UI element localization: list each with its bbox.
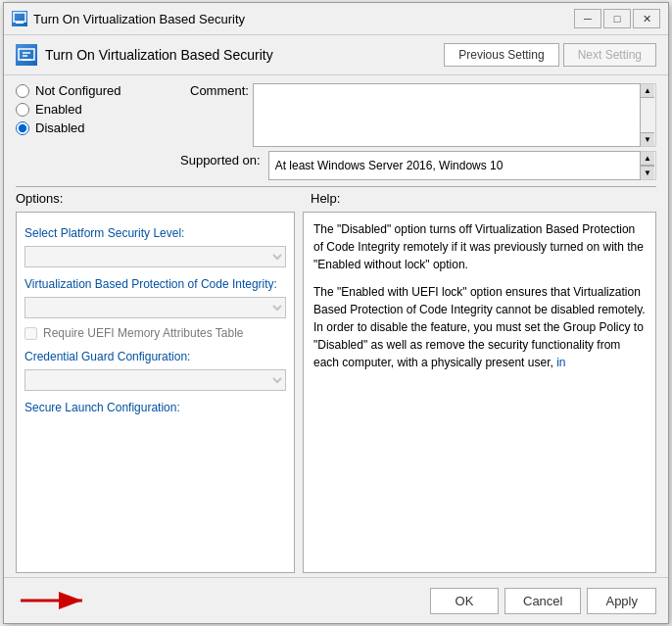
apply-button[interactable]: Apply — [587, 588, 656, 614]
supported-label: Supported on: — [180, 151, 261, 168]
platform-select[interactable] — [24, 246, 286, 267]
options-title: Options: — [16, 191, 63, 206]
window-title: Turn On Virtualization Based Security — [33, 12, 245, 26]
options-panel: Select Platform Security Level: Virtuali… — [16, 212, 295, 573]
maximize-button[interactable]: □ — [603, 9, 631, 28]
title-bar-left: Turn On Virtualization Based Security — [12, 11, 245, 26]
uefi-checkbox-label: Require UEFI Memory Attributes Table — [43, 326, 244, 340]
help-para-2: The "Enabled with UEFI lock" option ensu… — [313, 283, 646, 371]
help-title: Help: — [311, 191, 340, 206]
enabled-label[interactable]: Enabled — [16, 102, 172, 117]
supported-value: At least Windows Server 2016, Windows 10 — [268, 151, 641, 180]
svg-rect-2 — [19, 49, 34, 60]
comment-input[interactable] — [253, 83, 641, 147]
secure-launch-label: Secure Launch Configuration: — [24, 401, 286, 414]
section-labels-row: Options: Help: — [4, 191, 668, 208]
comment-scrollbar-down[interactable]: ▼ — [641, 132, 654, 146]
help-para-1: The "Disabled" option turns off Virtuali… — [313, 220, 646, 273]
enabled-radio[interactable] — [16, 103, 29, 117]
help-panel: The "Disabled" option turns off Virtuali… — [303, 212, 656, 573]
vbs-select[interactable] — [24, 297, 286, 318]
header-icon — [16, 44, 37, 66]
help-highlight: in — [556, 356, 565, 369]
nav-buttons: Previous Setting Next Setting — [444, 43, 656, 67]
supported-scrollbar-down[interactable]: ▼ — [641, 166, 654, 179]
comment-label: Comment: — [190, 83, 249, 98]
uefi-checkbox-row: Require UEFI Memory Attributes Table — [24, 326, 286, 340]
header-bar: Turn On Virtualization Based Security Pr… — [4, 35, 668, 75]
credential-select[interactable] — [24, 369, 286, 391]
close-button[interactable]: ✕ — [633, 9, 660, 28]
content-area: Not Configured Enabled Disabled Comment: — [4, 75, 668, 577]
platform-label: Select Platform Security Level: — [24, 226, 286, 240]
prev-setting-button[interactable]: Previous Setting — [444, 43, 558, 67]
supported-section: Supported on: At least Windows Server 20… — [4, 151, 668, 186]
cancel-button[interactable]: Cancel — [504, 588, 581, 614]
credential-label: Credential Guard Configuration: — [24, 350, 286, 363]
footer: OK Cancel Apply — [4, 577, 668, 623]
uefi-checkbox[interactable] — [24, 327, 37, 340]
ok-button[interactable]: OK — [430, 588, 499, 614]
disabled-label[interactable]: Disabled — [16, 120, 172, 135]
supported-scrollbar-up[interactable]: ▲ — [641, 152, 654, 166]
arrow-indicator — [16, 586, 424, 615]
comment-section: Comment: ▲ ▼ — [180, 83, 656, 147]
minimize-button[interactable]: ─ — [574, 9, 601, 28]
title-bar-controls: ─ □ ✕ — [574, 9, 660, 28]
radio-column: Not Configured Enabled Disabled — [16, 83, 172, 147]
next-setting-button: Next Setting — [563, 43, 656, 67]
section-divider — [16, 186, 656, 187]
svg-rect-1 — [16, 22, 24, 24]
main-window: Turn On Virtualization Based Security ─ … — [3, 2, 669, 624]
header-title: Turn On Virtualization Based Security — [16, 44, 273, 66]
radio-comment-row: Not Configured Enabled Disabled Comment: — [4, 75, 668, 151]
svg-rect-0 — [14, 13, 25, 22]
not-configured-radio[interactable] — [16, 84, 29, 98]
window-icon — [12, 11, 27, 26]
arrow-icon — [16, 586, 94, 615]
bottom-section: Select Platform Security Level: Virtuali… — [4, 208, 668, 577]
comment-scrollbar-up[interactable]: ▲ — [641, 84, 654, 98]
header-title-text: Turn On Virtualization Based Security — [45, 47, 273, 63]
title-bar: Turn On Virtualization Based Security ─ … — [4, 3, 668, 35]
vbs-label: Virtualization Based Protection of Code … — [24, 277, 286, 291]
not-configured-label[interactable]: Not Configured — [16, 83, 172, 98]
disabled-radio[interactable] — [16, 121, 29, 135]
help-text: The "Disabled" option turns off Virtuali… — [313, 220, 646, 371]
svg-rect-3 — [22, 59, 31, 61]
